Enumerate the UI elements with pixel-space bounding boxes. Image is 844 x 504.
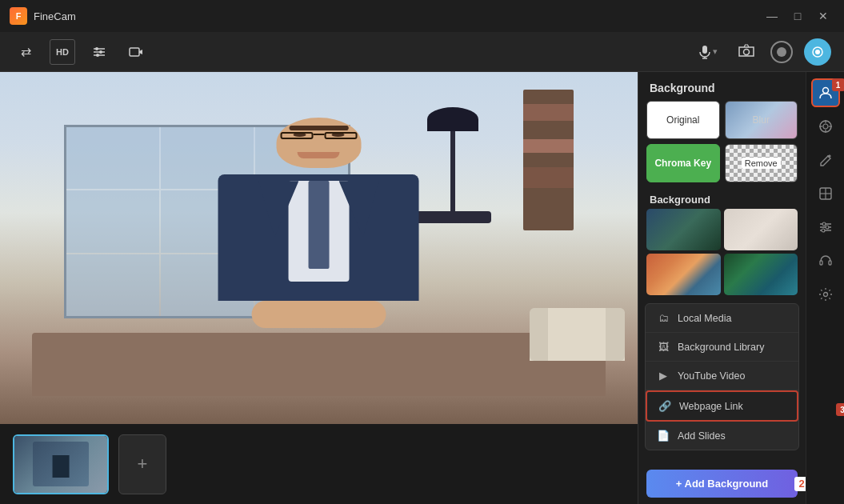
bg-options: Original Blur Chroma Key Remove [638,101,806,189]
microphone-button[interactable]: ▾ [694,42,722,62]
webpage-link-icon: 🔗 [658,400,671,412]
dropdown-background-library[interactable]: 🖼 Background Library [646,333,798,362]
background-library-icon: 🖼 [657,341,670,353]
title-bar: F FineCam — □ ✕ [0,0,844,32]
bg-thumb-3[interactable] [646,254,721,295]
scene-thumbnail[interactable] [13,434,109,494]
settings-sliders-button[interactable] [86,39,112,65]
bg-option-remove[interactable]: Remove [725,144,798,182]
record-button[interactable] [770,41,793,63]
annotation-1: 1 [832,78,845,91]
bg-thumb-4[interactable] [724,254,798,295]
svg-point-30 [823,293,827,297]
toolbar-center: ▾ [694,38,831,66]
svg-point-26 [826,226,829,229]
svg-point-3 [95,47,98,50]
scene-lamp [427,107,478,223]
right-icons-bar: 1 [806,72,844,504]
svg-point-5 [96,54,99,57]
settings-gear-button[interactable] [811,280,840,309]
bookshelf [523,90,574,230]
local-media-icon: 🗂 [657,312,670,324]
svg-point-14 [823,124,828,129]
video-scene [0,72,638,424]
toolbar: ⇄ HD [0,32,844,72]
draw-icon-button[interactable] [811,146,840,174]
panel-header: Background [638,72,726,101]
svg-point-10 [744,49,750,54]
bg-gallery [638,209,806,300]
bg-option-original[interactable]: Original [646,101,720,139]
toolbar-left: ⇄ HD [13,39,684,65]
minimize-button[interactable]: — [761,8,783,24]
svg-point-4 [99,50,102,54]
dropdown-add-slides[interactable]: 📄 Add Slides [646,422,798,450]
video-area: + [0,72,638,504]
sticker-icon-button[interactable] [811,179,840,208]
add-slides-icon: 📄 [657,430,670,442]
bg-thumb-1[interactable] [646,209,721,250]
dropdown-webpage-link[interactable]: 🔗 Webpage Link [646,390,798,422]
thumbnail-inner [14,436,107,493]
app-title: FineCam [34,10,76,22]
dropdown-menu: 🗂 Local Media 🖼 Background Library ▶ You… [645,303,799,450]
svg-point-12 [822,88,828,94]
stream-button[interactable] [804,38,831,66]
hd-toggle-button[interactable]: HD [50,39,75,65]
title-bar-controls: — □ ✕ [761,8,834,24]
adjust-icon-button[interactable] [811,213,840,242]
bg-option-blur[interactable]: Blur [725,101,798,139]
person-hands [252,301,386,328]
svg-rect-7 [702,46,707,54]
person-icon-wrapper: 1 [811,78,840,107]
video-preview [0,72,638,424]
headset-icon-button[interactable] [811,246,840,275]
svg-rect-29 [829,261,831,265]
right-panel: Background Original Blur Chroma Key Remo… [638,72,806,504]
svg-point-11 [815,50,820,54]
dropdown-youtube-video[interactable]: ▶ YouTube Video [646,362,798,390]
close-button[interactable]: ✕ [812,8,834,24]
add-background-button[interactable]: + Add Background [646,470,798,498]
switch-camera-button[interactable]: ⇄ [13,39,38,65]
person-figure [207,118,430,346]
virtual-camera-button[interactable] [123,39,149,65]
annotation-3: 3 [836,403,844,416]
add-scene-button[interactable]: + [118,434,166,494]
maximize-button[interactable]: □ [786,8,809,24]
bg-thumb-2[interactable] [724,209,798,250]
app-logo: F [10,7,27,25]
camera-snapshot-button[interactable] [734,40,759,64]
add-bg-container: + Add Background 2 [638,463,806,504]
person-head [277,118,362,168]
dropdown-local-media[interactable]: 🗂 Local Media [646,304,798,333]
bg-option-chroma-key[interactable]: Chroma Key [646,144,720,182]
thumbnail-bar: + [0,424,638,504]
svg-rect-28 [820,261,822,265]
svg-point-27 [822,229,825,232]
svg-point-25 [822,222,826,226]
mic-group: ▾ [694,42,722,62]
svg-rect-6 [130,48,139,56]
youtube-icon: ▶ [657,370,670,382]
main-area: + Background Original Blur Chroma Key Re… [0,72,844,504]
sofa [530,308,626,361]
beauty-icon-button[interactable] [811,112,840,141]
bg-gallery-header: Background [638,189,806,209]
